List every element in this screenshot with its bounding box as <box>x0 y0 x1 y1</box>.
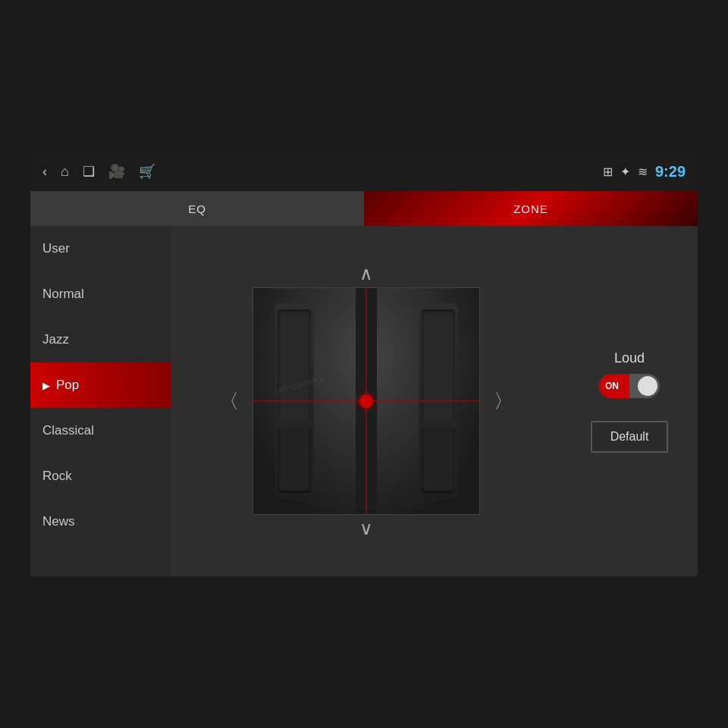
cast-icon: ⊞ <box>603 165 613 179</box>
zone-area: ∧ 〈 <box>171 226 561 576</box>
main-content: User Normal Jazz ▶ Pop Classical Rock <box>30 226 698 576</box>
back-icon[interactable]: ‹ <box>42 164 47 180</box>
tab-eq[interactable]: EQ <box>30 191 364 226</box>
bag-icon[interactable]: 🛒 <box>139 163 155 180</box>
tab-zone[interactable]: ZONE <box>364 191 698 226</box>
windows-icon[interactable]: ❑ <box>83 163 95 180</box>
zone-middle: 〈 <box>212 287 521 515</box>
right-panel: Loud ON Default <box>561 226 698 576</box>
nav-icons: ‹ ⌂ ❑ 🎥 🛒 <box>42 163 603 180</box>
sidebar-item-pop[interactable]: ▶ Pop <box>30 362 171 408</box>
sidebar: User Normal Jazz ▶ Pop Classical Rock <box>30 226 171 576</box>
tab-bar: EQ ZONE <box>30 191 698 226</box>
car-interior-grid[interactable]: wincairan.ir <box>253 287 480 515</box>
device-screen: ‹ ⌂ ❑ 🎥 🛒 ⊞ ✦ ≋ 9:29 EQ ZONE <box>30 152 698 576</box>
sidebar-item-jazz[interactable]: Jazz <box>30 317 171 362</box>
loud-section: Loud ON <box>599 350 660 398</box>
toggle-on-label: ON <box>599 374 629 398</box>
time-display: 9:29 <box>655 163 686 180</box>
loud-label: Loud <box>614 350 645 366</box>
camera-icon[interactable]: 🎥 <box>108 163 125 180</box>
sidebar-item-normal[interactable]: Normal <box>30 271 171 317</box>
home-icon[interactable]: ⌂ <box>61 164 69 180</box>
loud-toggle[interactable]: ON <box>599 374 660 398</box>
toggle-knob <box>638 376 657 396</box>
play-icon: ▶ <box>42 380 50 391</box>
sidebar-item-user[interactable]: User <box>30 226 171 271</box>
sidebar-item-news[interactable]: News <box>30 499 171 544</box>
interior-background: wincairan.ir <box>253 288 479 514</box>
default-button[interactable]: Default <box>591 421 669 453</box>
status-bar: ‹ ⌂ ❑ 🎥 🛒 ⊞ ✦ ≋ 9:29 <box>30 152 698 191</box>
wifi-icon: ≋ <box>638 165 648 179</box>
zone-up-button[interactable]: ∧ <box>359 265 373 283</box>
sidebar-item-rock[interactable]: Rock <box>30 453 171 499</box>
zone-controls: ∧ 〈 <box>179 265 554 538</box>
zone-left-button[interactable]: 〈 <box>212 381 246 422</box>
status-right: ⊞ ✦ ≋ 9:29 <box>603 163 686 180</box>
outer-wrapper: ‹ ⌂ ❑ 🎥 🛒 ⊞ ✦ ≋ 9:29 EQ ZONE <box>0 0 728 728</box>
zone-down-button[interactable]: ∨ <box>359 519 373 538</box>
bluetooth-icon: ✦ <box>620 165 630 179</box>
zone-right-button[interactable]: 〉 <box>486 381 521 422</box>
sidebar-item-classical[interactable]: Classical <box>30 408 171 453</box>
